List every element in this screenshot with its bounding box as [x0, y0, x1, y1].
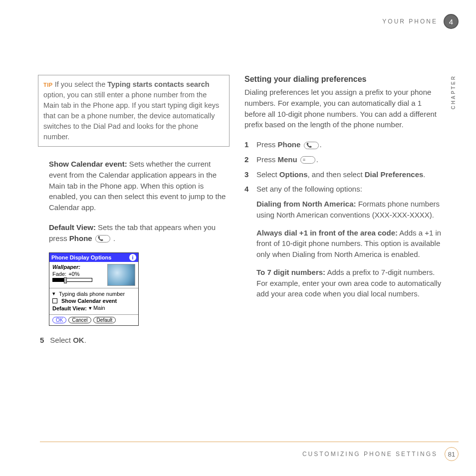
default-view-paragraph: Default View: Sets the tab that appears … [49, 222, 230, 244]
step-2: 2 Press Menu ≡. [244, 154, 442, 165]
page-number: 81 [445, 447, 459, 461]
cancel-button: Cancel [68, 317, 91, 323]
fade-slider [52, 278, 92, 282]
show-calendar-check-label: Show Calendar event [61, 298, 117, 304]
tip-bold: Typing starts contacts search [107, 80, 209, 88]
step-4: 4 Set any of the following options: [244, 184, 442, 195]
chapter-label-vertical: CHAPTER [451, 75, 456, 109]
slider-thumb [64, 277, 67, 283]
show-calendar-checkbox-row: Show Calendar event [52, 298, 135, 304]
default-view-label: Default View: [52, 305, 87, 311]
show-calendar-bold: Show Calendar event: [49, 160, 127, 168]
step5-b: OK [73, 336, 84, 344]
menu-key-icon: ≡ [300, 156, 315, 164]
step-number: 4 [244, 184, 251, 195]
step-3: 3 Select Options, and then select Dial P… [244, 169, 442, 180]
step-1: 1 Press Phone 📞. [244, 139, 442, 150]
default-view-after: . [111, 234, 115, 242]
tip-box: TIP If you select the Typing starts cont… [38, 75, 230, 147]
step5-c: . [84, 336, 86, 344]
step-number: 3 [244, 169, 251, 180]
phone-display-options-screenshot: Phone Display Options i Wallpaper: Fade:… [49, 252, 139, 326]
chapter-number-badge: 4 [444, 14, 459, 29]
step-number: 5 [40, 336, 44, 344]
step-number: 1 [244, 139, 251, 150]
step5-a: Select [50, 336, 73, 344]
default-button: Default [93, 317, 116, 323]
tip-text-1: If you select the [53, 80, 108, 88]
tip-text-2: option, you can still enter a phone numb… [43, 91, 219, 141]
palm-titlebar: Phone Display Options i [49, 253, 138, 262]
page-footer: CUSTOMIZING PHONE SETTINGS 81 [40, 442, 459, 461]
default-view-row: Default View: Main [52, 305, 135, 311]
page-header: YOUR PHONE 4 [382, 14, 459, 29]
section-title: YOUR PHONE [382, 18, 438, 25]
step-5: 5 Select OK. [40, 336, 230, 344]
fade-value: +0% [68, 271, 79, 277]
tip-label: TIP [43, 82, 53, 88]
typing-dropdown: Typing dials phone number [52, 290, 135, 297]
right-column: Setting your dialing preferences Dialing… [244, 75, 442, 344]
step-number: 2 [244, 154, 251, 165]
phone-key-icon: 📞 [95, 235, 110, 242]
default-view-dropdown: Main [89, 305, 105, 311]
option-always-plus1: Always dial +1 in front of the area code… [256, 228, 442, 260]
phone-word: Phone [69, 234, 92, 242]
ok-button: OK [52, 317, 66, 323]
dialing-preferences-heading: Setting your dialing preferences [244, 75, 442, 84]
default-view-bold: Default View: [49, 223, 96, 232]
footer-title: CUSTOMIZING PHONE SETTINGS [302, 451, 438, 458]
steps-list: 1 Press Phone 📞. 2 Press Menu ≡. 3 Selec… [244, 139, 442, 195]
show-calendar-paragraph: Show Calendar event: Sets whether the cu… [49, 159, 230, 213]
dialing-intro: Dialing preferences let you assign a pre… [244, 87, 442, 130]
wallpaper-label: Wallpaper: [52, 264, 80, 270]
checkbox-icon [52, 298, 57, 303]
wallpaper-thumbnail [107, 264, 135, 286]
left-column: TIP If you select the Typing starts cont… [40, 75, 230, 344]
option-dialing-na: Dialing from North America: Formats phon… [256, 199, 442, 221]
option-7digit: To 7 digit numbers: Adds a prefix to 7-d… [256, 267, 442, 299]
palm-title-text: Phone Display Options [51, 254, 111, 260]
info-icon: i [129, 254, 136, 261]
fade-label: Fade: [52, 271, 66, 277]
phone-key-icon: 📞 [304, 142, 319, 149]
